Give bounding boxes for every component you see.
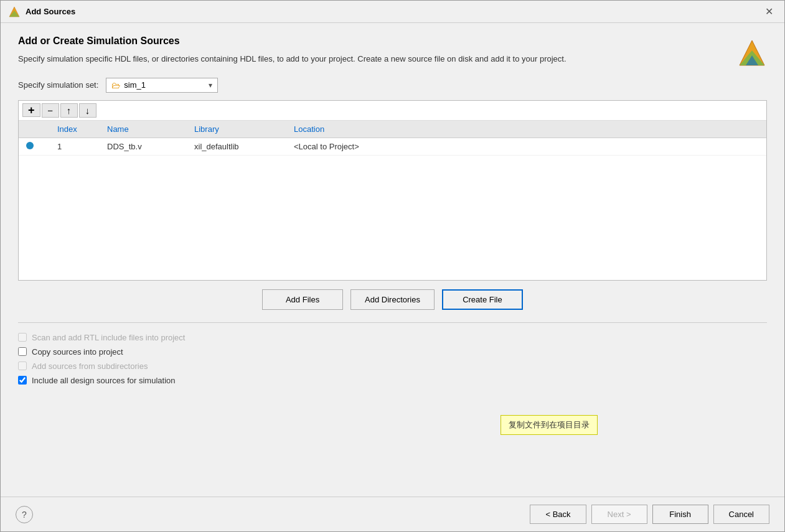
divider <box>18 322 767 323</box>
row-location: <Local to Project> <box>291 141 761 152</box>
add-subdirs-checkbox[interactable] <box>18 362 27 370</box>
create-file-button[interactable]: Create File <box>442 289 523 310</box>
remove-file-button[interactable]: − <box>42 103 59 118</box>
tooltip-text: 复制文件到在项目目录 <box>509 420 590 429</box>
move-down-button[interactable]: ↓ <box>79 103 96 118</box>
scan-rtl-row: Scan and add RTL include files into proj… <box>18 333 767 342</box>
col-library: Library <box>192 123 291 135</box>
footer-right: < Back Next > Finish Cancel <box>530 505 769 524</box>
row-index: 1 <box>55 141 105 152</box>
sim-set-value: sim_1 <box>124 80 146 90</box>
add-subdirs-row: Add sources from subdirectories <box>18 362 767 371</box>
move-up-button[interactable]: ↑ <box>60 103 78 118</box>
add-directories-button[interactable]: Add Directories <box>350 289 435 310</box>
row-name: DDS_tb.v <box>105 141 192 152</box>
include-design-label: Include all design sources for simulatio… <box>32 376 176 385</box>
table-row[interactable]: 1 DDS_tb.v xil_defaultlib <Local to Proj… <box>19 138 766 156</box>
row-status <box>24 141 55 152</box>
folder-icon: 🗁 <box>111 80 120 90</box>
footer-left: ? <box>16 506 33 523</box>
vivado-logo <box>737 38 767 68</box>
sim-set-label: Specify simulation set: <box>18 80 98 90</box>
scan-rtl-label: Scan and add RTL include files into proj… <box>32 333 185 342</box>
add-subdirs-label: Add sources from subdirectories <box>32 362 148 371</box>
back-button[interactable]: < Back <box>530 505 586 524</box>
add-files-button[interactable]: Add Files <box>262 289 343 310</box>
file-table-container: + − ↑ ↓ Index Name Library Location 1 <box>18 100 767 281</box>
page-description: Specify simulation specific HDL files, o… <box>18 53 703 65</box>
col-index: Index <box>55 123 105 135</box>
next-button[interactable]: Next > <box>591 505 647 524</box>
row-library: xil_defaultlib <box>192 141 291 152</box>
close-button[interactable]: ✕ <box>761 6 777 18</box>
dialog-title: Add Sources <box>26 7 75 16</box>
cancel-button[interactable]: Cancel <box>713 505 769 524</box>
add-file-button[interactable]: + <box>22 103 40 117</box>
help-button[interactable]: ? <box>16 506 33 523</box>
status-dot <box>26 142 34 149</box>
chevron-down-icon: ▾ <box>209 81 212 90</box>
page-title: Add or Create Simulation Sources <box>18 35 767 47</box>
include-design-row: Include all design sources for simulatio… <box>18 376 767 385</box>
footer: ? < Back Next > Finish Cancel <box>1 497 784 531</box>
tooltip-box: 复制文件到在项目目录 <box>501 415 598 435</box>
copy-sources-checkbox[interactable] <box>18 347 27 356</box>
app-logo <box>8 6 21 18</box>
toolbar-row: + − ↑ ↓ <box>19 101 766 121</box>
main-content: Add or Create Simulation Sources Specify… <box>1 23 784 497</box>
col-location: Location <box>291 123 761 135</box>
title-bar: Add Sources ✕ <box>1 1 784 23</box>
col-status <box>24 123 55 135</box>
action-buttons: Add Files Add Directories Create File <box>18 281 767 316</box>
sim-set-row: Specify simulation set: 🗁 sim_1 ▾ <box>18 78 767 93</box>
table-body: 1 DDS_tb.v xil_defaultlib <Local to Proj… <box>19 138 766 280</box>
scan-rtl-checkbox[interactable] <box>18 333 27 342</box>
finish-button[interactable]: Finish <box>652 505 708 524</box>
table-header: Index Name Library Location <box>19 121 766 138</box>
title-bar-left: Add Sources <box>8 6 75 18</box>
dialog: Add Sources ✕ Add or Create Simulation S… <box>0 0 785 532</box>
copy-sources-label: Copy sources into project <box>32 347 123 357</box>
include-design-checkbox[interactable] <box>18 376 27 385</box>
sim-set-dropdown[interactable]: 🗁 sim_1 ▾ <box>106 78 218 93</box>
col-name: Name <box>105 123 192 135</box>
checkboxes-section: Scan and add RTL include files into proj… <box>18 329 767 385</box>
copy-sources-row: Copy sources into project <box>18 347 767 357</box>
